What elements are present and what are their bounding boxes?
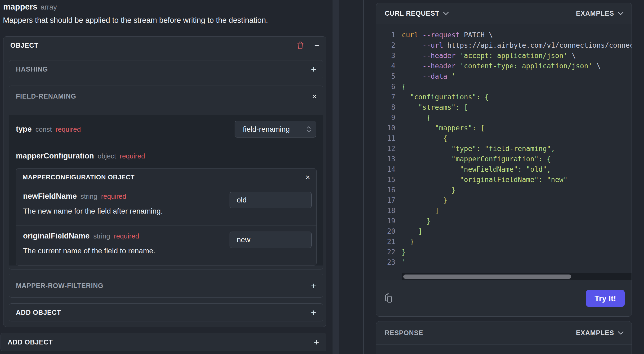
property-kind: object bbox=[98, 152, 116, 160]
add-object-label: ADD OBJECT bbox=[8, 338, 53, 346]
property-required-badge: required bbox=[114, 232, 139, 240]
code-line: 19 } bbox=[376, 216, 632, 226]
code-line: 14 "newFieldName": "old", bbox=[376, 164, 632, 175]
copy-icon bbox=[384, 293, 394, 304]
original-field-name-row: originalFieldName string required The cu… bbox=[16, 225, 316, 265]
curl-request-title: CURL REQUEST bbox=[385, 10, 439, 17]
mapper-configuration-close-button[interactable]: × bbox=[305, 173, 310, 181]
curl-panel-footer: Try It! bbox=[376, 280, 632, 316]
code-line: 5 --data ' bbox=[376, 71, 632, 82]
collapse-object-button[interactable]: − bbox=[314, 41, 320, 50]
object-card-header: OBJECT − bbox=[3, 37, 326, 54]
curl-panel-header: CURL REQUEST EXAMPLES bbox=[376, 3, 632, 24]
code-line: 2 --url https://api.airbyte.com/v1/conne… bbox=[376, 40, 632, 51]
mapper-configuration-row: mapperConfiguration object required bbox=[9, 144, 323, 160]
code-line: 20 ] bbox=[376, 226, 632, 237]
horizontal-scrollbar-thumb[interactable] bbox=[403, 275, 571, 279]
code-line: 18 ] bbox=[376, 206, 632, 216]
type-select[interactable]: field-renaming bbox=[235, 121, 316, 138]
code-line: 3 --header 'accept: application/json' \ bbox=[376, 51, 632, 61]
vertical-scrollbar[interactable] bbox=[333, 0, 339, 354]
code-line: 13 "mapperConfiguration": { bbox=[376, 154, 632, 164]
response-title: RESPONSE bbox=[385, 329, 423, 337]
code-area: 1curl --request PATCH \2 --url https://a… bbox=[376, 24, 632, 280]
code-lines: 1curl --request PATCH \2 --url https://a… bbox=[376, 24, 632, 268]
code-line: 16 } bbox=[376, 185, 632, 195]
delete-object-button[interactable] bbox=[296, 41, 304, 50]
code-line: 7 "configurations": { bbox=[376, 92, 632, 102]
field-renaming-title: FIELD-RENAMING bbox=[16, 92, 76, 100]
type-select-value: field-renaming bbox=[243, 125, 290, 134]
add-object-row-outer[interactable]: ADD OBJECT + bbox=[1, 333, 326, 351]
original-field-name-input[interactable] bbox=[230, 232, 312, 248]
type-property-row: type const required field-renaming bbox=[9, 114, 323, 144]
response-examples-dropdown[interactable]: EXAMPLES bbox=[576, 329, 624, 337]
type-property-labels: type const required bbox=[16, 125, 81, 134]
field-name: mappers bbox=[3, 2, 37, 12]
mapper-configuration-panel: MAPPERCONFIGURATION OBJECT × newFieldNam… bbox=[16, 168, 317, 266]
response-panel-header: RESPONSE EXAMPLES bbox=[376, 321, 632, 345]
chevron-down-icon bbox=[618, 331, 624, 335]
mapper-row-filtering-section-row[interactable]: MAPPER-ROW-FILTERING + bbox=[9, 274, 323, 298]
field-type-badge: array bbox=[41, 3, 57, 11]
add-object-label: ADD OBJECT bbox=[16, 309, 61, 316]
property-kind: string bbox=[80, 192, 97, 201]
property-required-badge: required bbox=[56, 125, 81, 134]
close-icon: × bbox=[312, 92, 317, 100]
mapper-configuration-panel-title: MAPPERCONFIGURATION OBJECT bbox=[23, 174, 135, 181]
api-docs-screen: mappers array Mappers that should be app… bbox=[0, 0, 644, 354]
property-name: mapperConfiguration bbox=[16, 152, 94, 160]
mapper-row-filtering-title: MAPPER-ROW-FILTERING bbox=[16, 282, 103, 290]
property-kind: const bbox=[35, 125, 52, 134]
curl-request-dropdown[interactable]: CURL REQUEST bbox=[385, 10, 449, 17]
property-name: originalFieldName bbox=[23, 232, 90, 240]
code-line: 1curl --request PATCH \ bbox=[376, 30, 632, 40]
code-line: 8 "streams": [ bbox=[376, 102, 632, 113]
code-line: 11 { bbox=[376, 133, 632, 144]
examples-label: EXAMPLES bbox=[576, 10, 614, 17]
code-line: 23' bbox=[376, 257, 632, 268]
new-field-name-input[interactable] bbox=[230, 192, 312, 208]
field-description: Mappers that should be applied to the st… bbox=[3, 16, 329, 25]
chevron-down-icon bbox=[618, 12, 624, 15]
field-renaming-body: type const required field-renaming bbox=[9, 114, 323, 266]
code-line: 6{ bbox=[376, 82, 632, 92]
object-card-title: OBJECT bbox=[10, 42, 38, 49]
plus-icon[interactable]: + bbox=[311, 308, 316, 317]
hashing-title: HASHING bbox=[16, 65, 48, 73]
request-examples-dropdown[interactable]: EXAMPLES bbox=[576, 10, 624, 17]
code-line: 10 "mappers": [ bbox=[376, 123, 632, 133]
new-field-name-row: newFieldName string required The new nam… bbox=[16, 186, 316, 225]
plus-icon[interactable]: + bbox=[314, 338, 319, 347]
code-line: 9 { bbox=[376, 113, 632, 123]
property-required-badge: required bbox=[101, 192, 126, 201]
horizontal-scrollbar[interactable] bbox=[402, 273, 632, 280]
add-object-row[interactable]: ADD OBJECT + bbox=[9, 303, 323, 321]
property-name: newFieldName bbox=[23, 192, 77, 201]
property-required-badge: required bbox=[120, 152, 145, 160]
minus-icon: − bbox=[314, 41, 320, 50]
copy-code-button[interactable] bbox=[384, 293, 394, 304]
up-down-chevrons-icon bbox=[306, 125, 312, 133]
chevron-down-icon bbox=[443, 12, 449, 15]
schema-column: mappers array Mappers that should be app… bbox=[0, 0, 329, 354]
mappers-object-card: OBJECT − bbox=[3, 36, 326, 327]
code-line: 21 } bbox=[376, 237, 632, 247]
try-it-button[interactable]: Try It! bbox=[586, 290, 625, 307]
field-renaming-close-button[interactable]: × bbox=[312, 92, 317, 100]
response-panel-body bbox=[376, 345, 632, 354]
object-card-actions: − bbox=[296, 41, 320, 50]
close-icon: × bbox=[305, 173, 310, 181]
plus-icon[interactable]: + bbox=[311, 65, 316, 74]
property-name: type bbox=[16, 125, 32, 134]
code-line: 4 --header 'content-type: application/js… bbox=[376, 61, 632, 71]
curl-request-panel: CURL REQUEST EXAMPLES 1curl --request PA… bbox=[376, 3, 632, 317]
hashing-section-row[interactable]: HASHING + bbox=[9, 60, 323, 78]
field-heading: mappers array bbox=[3, 2, 329, 12]
property-kind: string bbox=[93, 232, 110, 240]
code-sample-column: CURL REQUEST EXAMPLES 1curl --request PA… bbox=[364, 0, 644, 354]
object-card-body: HASHING + FIELD-RENAMING × type bbox=[3, 54, 326, 327]
plus-icon[interactable]: + bbox=[311, 281, 316, 290]
code-line: 17 } bbox=[376, 195, 632, 206]
response-panel: RESPONSE EXAMPLES bbox=[376, 321, 632, 354]
